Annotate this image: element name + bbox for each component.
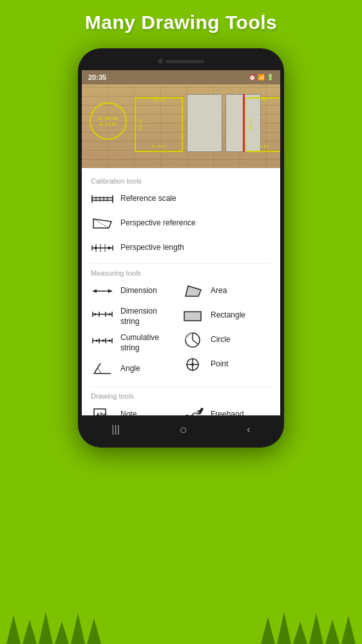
note-icon: Abc (91, 405, 114, 415)
status-bar: 20:35 ⏰ 📶 🔋 (82, 70, 280, 84)
svg-rect-0 (92, 198, 113, 200)
svg-marker-18 (93, 289, 97, 293)
persp-len-label: Perspective length (120, 243, 184, 253)
phone-device: 20:35 ⏰ 📶 🔋 (78, 48, 284, 448)
measuring-header: Measuring tools (91, 269, 271, 277)
circle-label: Circle (211, 335, 231, 345)
tool-cumulative-string[interactable]: Cumulativestring (91, 333, 181, 353)
drawing-tools-grid: Abc Note (91, 405, 271, 415)
calibration-header: Calibration tools (91, 177, 271, 185)
page-title: Many Drawing Tools (0, 12, 362, 33)
measurement-overlay: d: 140 cmA: 1,5 m² 132 cm 142 cm A: 1,9 … (82, 84, 280, 168)
area-icon (181, 282, 204, 300)
tool-area[interactable]: Area (181, 282, 271, 300)
tool-perspective-length[interactable]: Perspective length (91, 239, 271, 257)
alarm-icon: ⏰ (249, 74, 256, 80)
angle-icon (91, 359, 114, 377)
tool-reference-scale[interactable]: Reference scale (91, 190, 271, 208)
persp-ref-label: Perspective reference (120, 218, 196, 229)
point-icon (181, 355, 204, 374)
dimension-label: Dimension (120, 286, 157, 296)
svg-marker-37 (186, 286, 201, 296)
tools-panel: Calibration tools (82, 168, 280, 415)
persp-len-icon (91, 239, 114, 257)
screen: 20:35 ⏰ 📶 🔋 (82, 70, 280, 415)
tool-point[interactable]: Point (181, 355, 271, 374)
freehand-label: Freehand (211, 410, 243, 415)
drawing-section: Drawing tools Abc (91, 392, 271, 415)
nav-home-button[interactable]: ○ (180, 422, 187, 437)
tool-note[interactable]: Abc Note (91, 405, 181, 415)
freehand-icon (181, 405, 204, 415)
calibration-section: Calibration tools (91, 177, 271, 257)
battery-icon: 🔋 (267, 74, 274, 80)
rectangle-icon (181, 307, 204, 325)
svg-point-43 (191, 363, 194, 366)
status-time: 20:35 (88, 73, 106, 81)
angle-label: Angle (120, 364, 140, 374)
cum-string-label: Cumulativestring (120, 333, 159, 353)
tool-rectangle[interactable]: Rectangle (181, 307, 271, 325)
svg-rect-38 (184, 312, 201, 321)
rect-measurement-2: 487 142 cm A: 6,5 (245, 97, 280, 152)
section-divider-1 (91, 263, 271, 264)
point-label: Point (211, 359, 228, 370)
tool-angle[interactable]: Angle (91, 359, 181, 377)
nav-recent-button[interactable]: ||| (111, 424, 119, 435)
tool-perspective-reference[interactable]: Perspective reference (91, 214, 271, 232)
svg-marker-15 (93, 246, 97, 250)
measuring-tools-grid: Dimension (91, 282, 271, 384)
speaker-bar (166, 60, 204, 63)
cum-string-icon (91, 334, 114, 352)
tool-freehand[interactable]: Freehand (181, 405, 271, 415)
phone-nav-bar: ||| ○ ‹ (82, 415, 280, 444)
measuring-section: Measuring tools (91, 269, 271, 384)
circle-icon (181, 331, 204, 349)
dim-string-label: Dimensionstring (120, 307, 157, 327)
section-divider-2 (91, 386, 271, 387)
rect-measurement-1: 132 cm 142 cm A: 1,9 m² (135, 97, 183, 152)
drawing-header: Drawing tools (91, 392, 271, 400)
ref-scale-icon (91, 190, 114, 208)
tool-circle[interactable]: Circle (181, 331, 271, 349)
rectangle-label: Rectangle (211, 310, 245, 321)
dimension-icon (91, 282, 114, 300)
wifi-icon: 📶 (258, 74, 265, 80)
area-label: Area (211, 286, 227, 296)
grass-decoration (0, 609, 362, 644)
svg-marker-16 (108, 246, 111, 250)
tool-dimension-string[interactable]: Dimensionstring (91, 307, 181, 327)
camera-view: d: 140 cmA: 1,5 m² 132 cm 142 cm A: 1,9 … (82, 84, 280, 168)
dim-string-icon (91, 308, 114, 326)
persp-ref-icon (91, 214, 114, 232)
phone-top-bar (82, 52, 280, 70)
circle-measurement: d: 140 cmA: 1,5 m² (90, 102, 127, 140)
nav-back-button[interactable]: ‹ (247, 424, 250, 435)
svg-marker-19 (108, 289, 112, 293)
tool-dimension[interactable]: Dimension (91, 282, 181, 300)
camera-dot (158, 59, 163, 64)
ref-scale-label: Reference scale (120, 194, 176, 204)
note-label: Note (120, 410, 137, 415)
status-icons: ⏰ 📶 🔋 (249, 74, 274, 80)
